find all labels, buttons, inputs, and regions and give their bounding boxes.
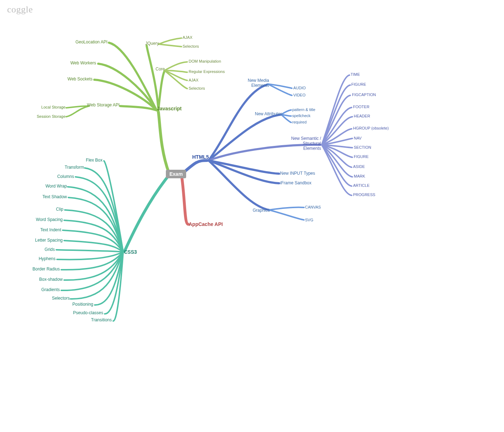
node-core-dom[interactable]: DOM Manipulation — [189, 59, 221, 63]
node-core-ajax[interactable]: AJAX — [189, 78, 199, 82]
node-wordspacing[interactable]: Word Spacing — [14, 217, 63, 222]
node-canvas[interactable]: CANVAS — [305, 205, 321, 209]
node-audio[interactable]: AUDIO — [293, 86, 306, 90]
node-borderradius[interactable]: Border Radius — [14, 267, 60, 272]
branch-html5[interactable]: HTML5 — [192, 154, 209, 160]
node-nav[interactable]: NAV — [354, 136, 362, 140]
node-hyphens[interactable]: Hyphens — [18, 256, 56, 261]
node-core[interactable]: Core — [156, 67, 165, 72]
branch-appcache[interactable]: AppCache API — [189, 221, 223, 227]
node-spellcheck[interactable]: spellcheck — [292, 114, 310, 118]
node-article[interactable]: ARTICLE — [353, 183, 369, 188]
node-jquery[interactable]: JQuery — [145, 41, 159, 46]
node-boxshadow[interactable]: Box-shadow — [18, 277, 63, 282]
node-required[interactable]: required — [292, 120, 306, 124]
node-mark[interactable]: MARK — [354, 174, 365, 178]
node-header[interactable]: HEADER — [354, 114, 370, 118]
node-newmedia[interactable]: New Media Elements — [246, 78, 269, 88]
node-svg[interactable]: SVG — [305, 218, 313, 222]
branch-javascript[interactable]: Javascript — [157, 106, 182, 111]
node-hgroup[interactable]: HGROUP (obsolete) — [353, 126, 389, 130]
branch-css3[interactable]: CSS3 — [124, 249, 137, 255]
root-node[interactable]: Exam — [166, 170, 186, 178]
node-jq-selectors[interactable]: Selectors — [183, 44, 199, 48]
node-core-regex[interactable]: Regular Expressions — [189, 69, 225, 74]
node-iframe[interactable]: iFrame Sandbox — [280, 180, 311, 185]
node-columns[interactable]: Columns — [32, 174, 74, 179]
node-semantic[interactable]: New Semantic / Structural Elements — [287, 136, 321, 151]
node-footer[interactable]: FOOTER — [353, 105, 369, 109]
node-gradients[interactable]: Gradients — [21, 287, 60, 292]
node-clip[interactable]: Clip — [21, 207, 63, 212]
node-jq-ajax[interactable]: AJAX — [183, 35, 193, 39]
node-newinput[interactable]: New INPUT Types — [280, 171, 315, 176]
node-geolocation[interactable]: GeoLocation API — [43, 39, 107, 44]
node-sessionstorage[interactable]: Session Storage — [21, 114, 65, 118]
node-letterspacing[interactable]: Letter Spacing — [14, 238, 63, 243]
node-progress[interactable]: PROGRESS — [353, 193, 375, 197]
node-newattr[interactable]: New Attributes — [255, 111, 282, 116]
node-transform[interactable]: Transform — [32, 165, 84, 170]
node-graphics[interactable]: Graphics — [253, 208, 270, 213]
node-flexbox[interactable]: Flex Box — [50, 158, 103, 163]
node-positioning[interactable]: Positioning — [50, 302, 93, 307]
node-selectors[interactable]: Selectors — [32, 296, 70, 301]
node-localstorage[interactable]: Local Storage — [21, 105, 65, 109]
node-textshadow[interactable]: Text Shadow — [18, 194, 67, 199]
node-aside[interactable]: ASIDE — [353, 164, 365, 169]
node-pattern[interactable]: pattern & title — [292, 107, 315, 112]
node-textindent[interactable]: Text Indent — [18, 227, 61, 232]
node-figure[interactable]: FIGURE — [351, 82, 366, 86]
node-core-selectors[interactable]: Selectors — [189, 86, 205, 90]
node-time[interactable]: TIME — [351, 72, 360, 77]
node-websockets[interactable]: Web Sockets — [43, 77, 93, 81]
node-webstorage[interactable]: Web Storage API — [71, 102, 120, 107]
node-pseudo[interactable]: Pseudo-classes — [53, 310, 103, 315]
node-figcaption[interactable]: FIGCAPTION — [352, 93, 376, 97]
node-figure2[interactable]: FIGURE — [354, 154, 369, 159]
node-video[interactable]: VIDEO — [293, 93, 305, 97]
node-webworkers[interactable]: Web Workers — [43, 60, 96, 65]
node-section[interactable]: SECTION — [354, 145, 371, 149]
node-transitions[interactable]: Transitions — [68, 317, 112, 322]
node-wordwrap[interactable]: Word Wrap — [21, 184, 67, 189]
node-grids[interactable]: Grids — [21, 247, 55, 252]
